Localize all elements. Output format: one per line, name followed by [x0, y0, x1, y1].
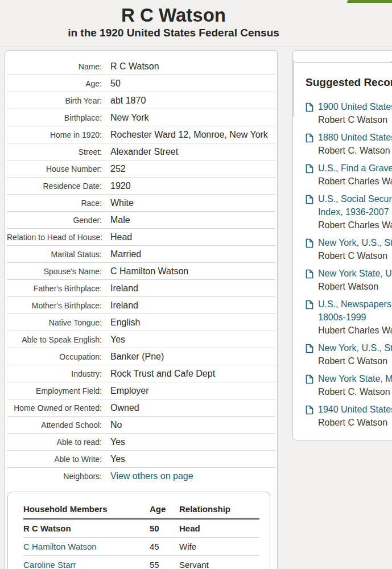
suggested-record-item: U.S., Social Security DeathIndex, 1936-2…	[306, 192, 392, 232]
suggested-record-link[interactable]: New York, U.S., State Census, 1925	[318, 341, 392, 354]
member-relationship: Servant	[179, 556, 259, 569]
record-field-row: Mother's Birthplace: Ireland	[7, 297, 275, 314]
save-button-top-sliver[interactable]	[347, 0, 392, 3]
member-relationship: Wife	[179, 538, 259, 556]
record-field-row: Street: Alexander Street	[7, 143, 275, 160]
relationship-col-header: Relationship	[179, 504, 259, 519]
suggested-record-link[interactable]: 1880 United States Federal Census	[318, 131, 392, 144]
field-label: Marital Status:	[7, 250, 102, 259]
member-age: 45	[150, 538, 179, 556]
field-label: Residence Date:	[7, 182, 102, 191]
field-value: New York	[102, 113, 149, 123]
suggested-record-person: Robert C Watson	[318, 249, 392, 262]
page-title: R C Watson	[0, 5, 347, 26]
field-value: Alexander Street	[102, 147, 178, 157]
household-member-name: R C Watson	[23, 519, 150, 538]
suggested-record-item: 1900 United States Federal Census Robert…	[306, 100, 392, 126]
record-field-row: Native Tongue: English	[7, 314, 275, 331]
suggested-record-link[interactable]: U.S., Social Security DeathIndex, 1936-2…	[318, 192, 392, 218]
field-value: No	[102, 420, 122, 430]
record-field-row: Father's Birthplace: Ireland	[7, 280, 275, 297]
suggested-records-card: Suggested Records 1900 United States Fed…	[292, 62, 392, 440]
record-field-row: Able to Speak English: Yes	[7, 331, 275, 348]
field-value: Banker (Pne)	[102, 352, 164, 362]
suggested-record-link[interactable]: U.S., Newspapers.com Obituary Index,1800…	[318, 298, 392, 324]
suggested-record-item: 1940 United States Federal Census Robert…	[306, 403, 392, 429]
suggested-record-person: Robert C. Watson	[318, 385, 392, 398]
field-value: Owned	[102, 403, 139, 413]
field-label: Able to Speak English:	[7, 335, 102, 344]
suggested-record-person: Robert C. Watson	[318, 144, 392, 157]
field-value: Rochester Ward 12, Monroe, New York	[102, 130, 268, 140]
suggested-record-person: Robert C Watson	[318, 416, 392, 429]
field-value: Head	[102, 232, 132, 242]
field-value: 50	[102, 79, 121, 89]
member-age: 50	[150, 519, 179, 538]
field-value: abt 1870	[102, 96, 146, 106]
field-label: Attended School:	[7, 420, 102, 430]
record-field-row: Occupation: Banker (Pne)	[7, 348, 275, 365]
suggested-record-person: Hubert Charles Watson	[318, 324, 392, 337]
record-field-row: Age: 50	[7, 75, 275, 92]
record-field-row: Home Owned or Rented: Owned	[7, 399, 275, 417]
household-members-table: Household Members Age Relationship R C W…	[23, 504, 259, 569]
field-label: Street:	[7, 147, 102, 156]
record-field-row: Industry: Rock Trust and Cafe Dept	[7, 365, 275, 382]
field-label: Father's Birthplace:	[7, 284, 102, 293]
suggested-record-link[interactable]: U.S., Find a Grave Index, 1600s-Current	[318, 162, 392, 175]
suggested-record-person: Robert Watson	[318, 280, 392, 293]
record-field-row: Birthplace: New York	[7, 109, 275, 126]
field-label: Able to read:	[7, 438, 102, 447]
field-label: Relation to Head of House:	[7, 233, 102, 242]
suggested-record-item: New York, U.S., State Census, 1905 Rober…	[306, 236, 392, 262]
household-member-link[interactable]: Caroline Starr	[23, 560, 76, 569]
document-icon	[306, 374, 313, 386]
field-value: Yes	[102, 335, 125, 345]
document-icon	[306, 269, 313, 281]
record-field-row: Spouse's Name: C Hamilton Watson	[7, 263, 275, 280]
suggested-record-person: Robert Charles Watson	[318, 218, 392, 232]
field-value: 1920	[102, 181, 131, 191]
field-label: Race:	[7, 199, 102, 208]
field-label: Home Owned or Rented:	[7, 403, 102, 413]
document-icon	[306, 238, 313, 250]
suggested-record-person: Robert C Watson	[318, 354, 392, 368]
field-value: Ireland	[102, 300, 138, 311]
suggested-record-person: Robert C Watson	[318, 113, 392, 126]
document-icon	[306, 344, 313, 356]
suggested-records-heading: Suggested Records	[306, 76, 392, 89]
member-age: 55	[150, 556, 179, 569]
field-label: Home in 1920:	[7, 130, 102, 139]
record-field-row: Residence Date: 1920	[7, 178, 275, 195]
field-label: Mother's Birthplace:	[7, 301, 102, 310]
suggested-record-item: U.S., Find a Grave Index, 1600s-Current …	[306, 162, 392, 188]
field-label: Neighbors:	[7, 472, 102, 481]
field-label: House Number:	[7, 164, 102, 174]
view-others-on-page-link[interactable]: View others on page	[102, 471, 193, 481]
document-icon	[306, 300, 313, 312]
field-label: Employment Field:	[7, 386, 102, 395]
record-field-row: Gender: Male	[7, 212, 275, 229]
suggested-record-item: New York State, U.S., Death Index Robert…	[306, 267, 392, 293]
record-field-row: Attended School: No	[7, 417, 275, 434]
suggested-record-link[interactable]: New York State, Marriage Index, 1881-196…	[318, 372, 392, 385]
document-icon	[306, 195, 313, 207]
field-value: Yes	[102, 437, 125, 447]
record-field-row: Birth Year: abt 1870	[7, 92, 275, 109]
field-value: Male	[102, 215, 130, 225]
field-value: 252	[102, 164, 126, 174]
household-member-row: R C Watson 50 Head	[23, 519, 259, 538]
document-icon	[306, 164, 313, 176]
suggested-record-link[interactable]: New York State, U.S., Death Index	[318, 267, 392, 280]
page-subtitle: in the 1920 United States Federal Census	[0, 27, 347, 39]
record-field-row: Relation to Head of House: Head	[7, 229, 275, 246]
record-header: R C Watson in the 1920 United States Fed…	[0, 0, 392, 47]
suggested-record-link[interactable]: 1940 United States Federal Census	[318, 403, 392, 416]
suggested-record-link[interactable]: 1900 United States Federal Census	[318, 100, 392, 113]
field-label: Occupation:	[7, 352, 102, 361]
member-relationship: Head	[179, 519, 259, 538]
suggested-record-link[interactable]: New York, U.S., State Census, 1905	[318, 236, 392, 249]
document-icon	[306, 102, 313, 114]
household-member-link[interactable]: C Hamilton Watson	[23, 542, 97, 551]
field-label: Native Tongue:	[7, 318, 102, 327]
